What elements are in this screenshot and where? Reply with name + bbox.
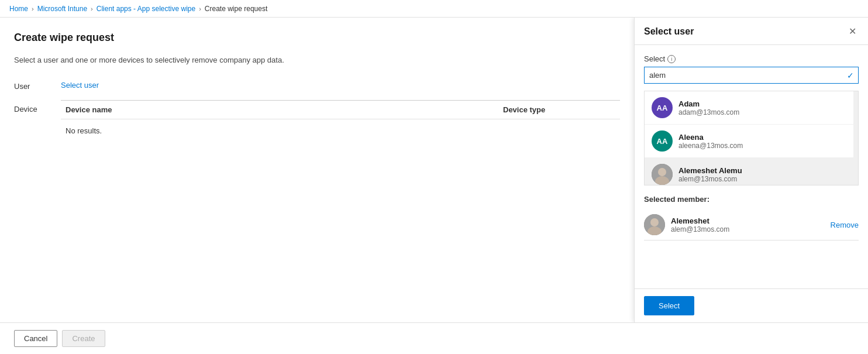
user-item-alemeshet[interactable]: Alemeshet Alemu alem@13mos.com: [645, 158, 858, 185]
breadcrumb-intune[interactable]: Microsoft Intune: [37, 5, 87, 13]
selected-member-email: alem@13mos.com: [671, 225, 825, 233]
search-input[interactable]: [644, 67, 859, 84]
avatar-alemeshet: [652, 164, 673, 185]
select-label: Select i: [644, 54, 859, 63]
selected-member-avatar: [644, 214, 665, 235]
svg-point-1: [658, 168, 666, 176]
device-table-header: Device name Device type: [61, 101, 620, 119]
svg-point-4: [650, 218, 659, 226]
search-input-wrapper: ✓: [644, 67, 859, 84]
user-email-alemeshet: alem@13mos.com: [678, 175, 851, 183]
user-item-aleena[interactable]: AA Aleena aleena@13mos.com: [645, 125, 858, 158]
page-title: Create wipe request: [14, 32, 620, 44]
user-name-adam: Adam: [678, 99, 851, 108]
user-name-aleena: Aleena: [678, 133, 851, 142]
user-info-alemeshet: Alemeshet Alemu alem@13mos.com: [678, 166, 851, 183]
breadcrumb: Home › Microsoft Intune › Client apps - …: [0, 0, 868, 18]
panel-header: Select user ✕: [635, 18, 868, 45]
breadcrumb-sep-1: ›: [32, 5, 34, 12]
cancel-button[interactable]: Cancel: [14, 330, 57, 347]
selected-member-section: Selected member: Alemeshet alem@13mos.co…: [644, 195, 859, 240]
panel-footer: Select: [635, 288, 868, 322]
selected-member-item: Alemeshet alem@13mos.com Remove: [644, 209, 859, 240]
device-table: Device name Device type No results.: [61, 100, 620, 142]
breadcrumb-home[interactable]: Home: [9, 5, 28, 13]
device-col-name-header: Device name: [61, 105, 503, 114]
right-panel: Select user ✕ Select i ✓ AA Adam: [634, 18, 868, 322]
device-section: Device Device name Device type No result…: [14, 100, 620, 142]
user-label: User: [14, 81, 61, 91]
user-row: User Select user: [14, 81, 620, 91]
left-panel: Create wipe request Select a user and on…: [0, 18, 634, 322]
user-email-aleena: aleena@13mos.com: [678, 142, 851, 150]
user-info-aleena: Aleena aleena@13mos.com: [678, 133, 851, 150]
breadcrumb-current: Create wipe request: [205, 5, 267, 13]
device-no-results: No results.: [61, 119, 620, 142]
user-item-adam[interactable]: AA Adam adam@13mos.com: [645, 91, 858, 125]
breadcrumb-client-apps[interactable]: Client apps - App selective wipe: [97, 5, 195, 13]
device-col-type-header: Device type: [503, 105, 620, 114]
user-list: AA Adam adam@13mos.com AA Aleena aleena@…: [644, 91, 859, 185]
breadcrumb-sep-3: ›: [199, 5, 201, 12]
breadcrumb-sep-2: ›: [91, 5, 93, 12]
select-user-link[interactable]: Select user: [61, 81, 99, 90]
remove-button[interactable]: Remove: [831, 221, 859, 229]
device-label: Device: [14, 100, 61, 114]
select-button[interactable]: Select: [644, 296, 694, 315]
selected-member-info: Alemeshet alem@13mos.com: [671, 216, 825, 233]
scrollbar-track[interactable]: [853, 91, 858, 185]
selected-member-label: Selected member:: [644, 195, 859, 204]
user-list-scroll[interactable]: AA Adam adam@13mos.com AA Aleena aleena@…: [645, 91, 858, 185]
panel-title: Select user: [644, 26, 694, 37]
create-button: Create: [62, 330, 105, 347]
user-info-adam: Adam adam@13mos.com: [678, 99, 851, 116]
avatar-adam: AA: [652, 97, 673, 118]
user-email-adam: adam@13mos.com: [678, 108, 851, 116]
selected-member-name: Alemeshet: [671, 216, 825, 225]
avatar-aleena: AA: [652, 130, 673, 152]
page-description: Select a user and one or more devices to…: [14, 56, 620, 64]
info-icon: i: [667, 55, 676, 63]
panel-body: Select i ✓ AA Adam adam@13mos.com: [635, 45, 868, 288]
bottom-bar: Cancel Create: [0, 322, 868, 354]
user-value: Select user: [61, 81, 620, 90]
search-check-icon: ✓: [847, 71, 854, 80]
user-name-alemeshet: Alemeshet Alemu: [678, 166, 851, 175]
close-button[interactable]: ✕: [846, 26, 859, 37]
